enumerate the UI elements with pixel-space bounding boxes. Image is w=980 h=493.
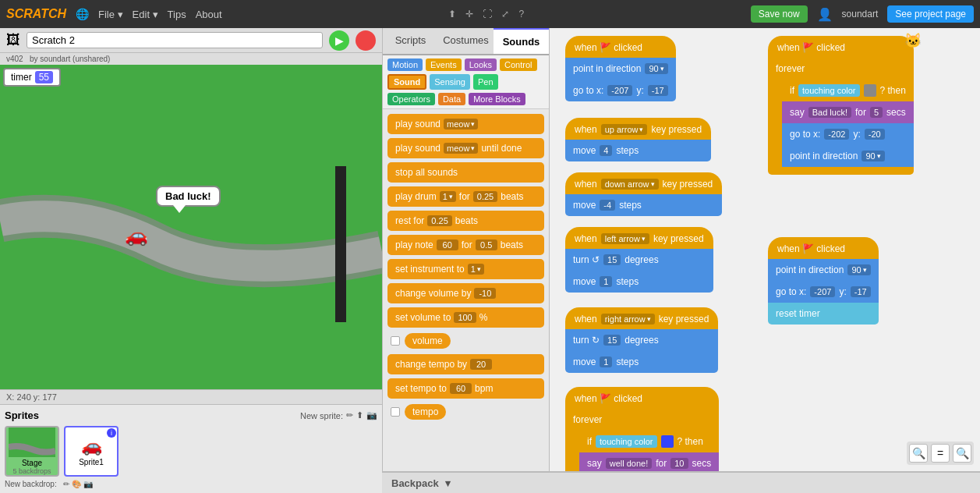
sb-when-clicked-1[interactable]: when 🚩 clicked: [565, 36, 676, 58]
block-play-sound[interactable]: play sound meow: [387, 114, 544, 134]
camera-backdrop-icon[interactable]: 📷: [83, 480, 93, 488]
username: soundart: [842, 9, 879, 20]
paint-sprite-icon[interactable]: ✏: [346, 410, 353, 420]
green-flag-button[interactable]: ▶: [329, 30, 349, 51]
tab-scripts[interactable]: Scripts: [383, 28, 438, 54]
sb-down-arrow-hat[interactable]: when down arrow key pressed: [565, 172, 722, 194]
cat-control[interactable]: Control: [500, 59, 536, 71]
block-change-volume[interactable]: change volume by -10: [387, 283, 544, 303]
sprite1-icon: 🚗: [81, 436, 102, 456]
block-set-instrument[interactable]: set instrument to 1: [387, 259, 544, 279]
sb-say-badluck[interactable]: say Bad luck! for 5 secs: [782, 101, 914, 123]
block-play-sound-done[interactable]: play sound meow until done: [387, 138, 544, 158]
sb-move-right[interactable]: move 1 steps: [565, 351, 718, 373]
c-body-r1: if touching color ? then say Bad luck! f…: [782, 80, 914, 167]
stage-sprite-thumb[interactable]: Stage 5 backdrops: [5, 426, 59, 477]
block-volume-reporter[interactable]: volume: [405, 333, 451, 349]
save-button[interactable]: Save now: [751, 5, 808, 23]
sb-if-touching-6[interactable]: if touching color ? then: [579, 431, 719, 452]
tab-sounds[interactable]: Sounds: [494, 28, 549, 54]
nav-file[interactable]: File ▾: [98, 9, 123, 20]
cat-sound[interactable]: Sound: [387, 74, 426, 90]
sb-if-touching-r1[interactable]: if touching color ? then: [782, 80, 914, 101]
zoom-out-button[interactable]: 🔍: [953, 444, 971, 463]
stage-canvas: timer 55 Bad luck! 🚗: [0, 65, 382, 389]
sb-right-arrow-hat[interactable]: when right arrow key pressed: [565, 307, 718, 329]
fullscreen-icon[interactable]: ⛶: [483, 9, 492, 20]
block-tempo-reporter[interactable]: tempo: [405, 404, 446, 420]
sprite-actions: New sprite: ✏ ⬆ 📷: [300, 410, 377, 420]
block-change-tempo[interactable]: change tempo by 20: [387, 354, 544, 374]
forever-wrap-r1: forever if touching color ? then say Bad…: [768, 58, 914, 175]
stage-name: Stage: [22, 459, 42, 467]
user-avatar: 👤: [817, 7, 833, 22]
project-name-input[interactable]: [27, 32, 323, 48]
upload-icon[interactable]: ⬆: [448, 9, 456, 20]
cat-sensing[interactable]: Sensing: [430, 74, 470, 90]
sb-reset-timer[interactable]: reset timer: [768, 303, 879, 325]
scripts-area[interactable]: when 🚩 clicked point in direction 90 go …: [550, 28, 980, 493]
sprites-header: Sprites New sprite: ✏ ⬆ 📷: [5, 410, 377, 421]
block-set-tempo[interactable]: set tempo to 60 bpm: [387, 378, 544, 399]
cat-more-blocks[interactable]: More Blocks: [469, 93, 525, 105]
block-play-note[interactable]: play note 60 for 0.5 beats: [387, 235, 544, 255]
sb-move-up[interactable]: move 4 steps: [565, 140, 711, 161]
cat-data[interactable]: Data: [438, 93, 465, 105]
sb-when-clicked-r2[interactable]: when 🚩 clicked: [768, 237, 879, 259]
forever-bottom-r1: [768, 167, 914, 175]
expand-icon[interactable]: ⤢: [501, 9, 509, 20]
paint-backdrop-icon[interactable]: ✏: [63, 480, 69, 488]
backpack[interactable]: Backpack: [382, 471, 980, 493]
cat-motion[interactable]: Motion: [387, 59, 423, 71]
sb-when-clicked-r1[interactable]: when 🚩 clicked: [768, 36, 914, 58]
camera-sprite-icon[interactable]: 📷: [366, 410, 377, 420]
new-sprite-label: New sprite:: [300, 411, 343, 420]
sb-move-down[interactable]: move -4 steps: [565, 194, 722, 216]
nav-about[interactable]: About: [196, 9, 222, 20]
sprite1-thumb[interactable]: i 🚗 Sprite1: [64, 426, 119, 477]
sb-goto-1[interactable]: go to x: -207 y: -17: [565, 80, 676, 101]
block-rest[interactable]: rest for 0.25 beats: [387, 211, 544, 231]
tempo-checkbox[interactable]: [391, 407, 400, 417]
sb-forever-r1[interactable]: forever: [768, 58, 914, 80]
sb-point-r1[interactable]: point in direction 90: [782, 145, 914, 167]
upload-sprite-icon[interactable]: ⬆: [356, 410, 363, 420]
sb-point-dir-1[interactable]: point in direction 90: [565, 58, 676, 80]
sprite-info-icon[interactable]: i: [107, 428, 116, 438]
cat-pen[interactable]: Pen: [473, 74, 498, 90]
sb-up-arrow-hat[interactable]: when up arrow key pressed: [565, 118, 711, 140]
see-project-button[interactable]: See project page: [887, 5, 974, 23]
globe-icon[interactable]: 🌐: [76, 8, 89, 20]
sb-turn-left[interactable]: turn ↺ 15 degrees: [565, 249, 713, 271]
fill-backdrop-icon[interactable]: 🎨: [72, 480, 81, 488]
timer-badge: timer 55: [3, 68, 61, 87]
move-icon[interactable]: ✛: [465, 9, 473, 20]
sb-turn-right[interactable]: turn ↻ 15 degrees: [565, 329, 718, 351]
sb-forever-6[interactable]: forever: [565, 409, 719, 431]
sb-goto-r2[interactable]: go to x: -207 y: -17: [768, 281, 879, 303]
sb-when-clicked-6[interactable]: when 🚩 clicked: [565, 387, 719, 409]
zoom-reset-button[interactable]: =: [931, 444, 950, 463]
nav-edit[interactable]: Edit ▾: [133, 9, 158, 20]
volume-checkbox[interactable]: [391, 336, 400, 346]
sb-move-left[interactable]: move 1 steps: [565, 271, 713, 293]
script-group-1: when 🚩 clicked point in direction 90 go …: [565, 36, 676, 101]
blocks-list: play sound meow play sound meow until do…: [383, 109, 549, 493]
zoom-controls: 🔍 = 🔍: [907, 442, 974, 465]
sb-left-arrow-hat[interactable]: when left arrow key pressed: [565, 227, 713, 249]
block-set-volume[interactable]: set volume to 100 %: [387, 307, 544, 328]
zoom-in-button[interactable]: 🔍: [909, 444, 928, 463]
stop-button[interactable]: [356, 30, 376, 51]
block-stop-sounds[interactable]: stop all sounds: [387, 162, 544, 183]
tab-costumes[interactable]: Costumes: [438, 28, 494, 54]
cat-looks[interactable]: Looks: [465, 59, 497, 71]
help-icon[interactable]: ?: [518, 9, 524, 20]
cat-events[interactable]: Events: [426, 59, 462, 71]
nav-tips[interactable]: Tips: [168, 9, 186, 20]
block-volume-reporter-row: volume: [387, 332, 544, 350]
cat-operators[interactable]: Operators: [387, 93, 435, 105]
sb-point-r2[interactable]: point in direction 90: [768, 259, 879, 281]
block-play-drum[interactable]: play drum 1 for 0.25 beats: [387, 186, 544, 207]
stage-area: 🖼 ▶ v402 by soundart (unshared) timer 55: [0, 28, 382, 493]
sb-goto-r1[interactable]: go to x: -202 y: -20: [782, 123, 914, 145]
